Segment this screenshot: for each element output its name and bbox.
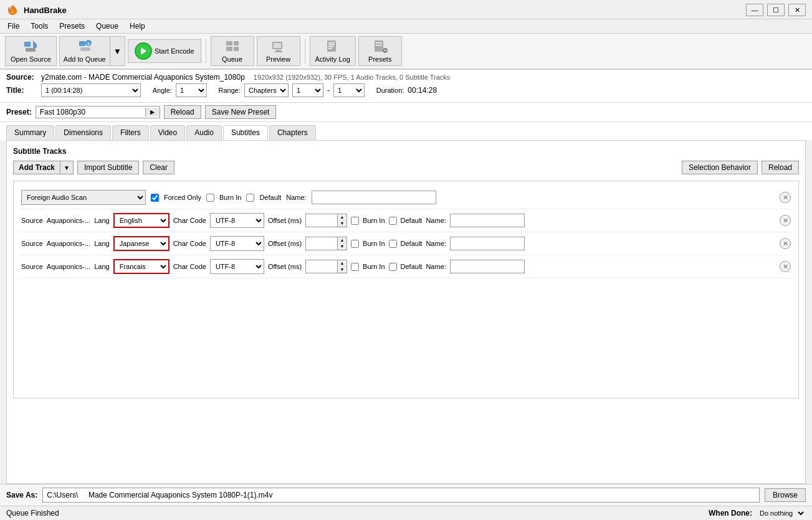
name-input-0[interactable]	[450, 214, 525, 227]
tab-video[interactable]: Video	[150, 125, 185, 140]
default-checkbox-1[interactable]	[389, 240, 397, 248]
offset-up-0[interactable]: ▲	[338, 214, 346, 220]
lang-select-2[interactable]: EnglishJapaneseFrancaisChineseSpanishGer…	[113, 259, 170, 274]
source-row: Source: y2mate.com - MADE Commercial Aqu…	[6, 73, 806, 82]
lang-label-0: Lang	[94, 217, 109, 224]
tab-subtitles[interactable]: Subtitles	[223, 125, 268, 140]
tab-summary[interactable]: Summary	[6, 125, 54, 140]
menu-tools[interactable]: Tools	[26, 21, 53, 32]
char-code-select-1[interactable]: UTF-8UTF-16ISO-8859-1ASCII	[210, 236, 264, 251]
offset-input-1[interactable]	[306, 237, 337, 250]
offset-down-1[interactable]: ▼	[338, 243, 346, 250]
lang-select-0[interactable]: EnglishJapaneseFrancaisChineseSpanishGer…	[113, 213, 170, 228]
fas-name-input[interactable]	[312, 191, 436, 204]
remove-button-0[interactable]: ✕	[780, 215, 791, 226]
forced-only-label: Forced Only	[164, 194, 201, 201]
selection-behavior-button[interactable]: Selection Behavior	[682, 161, 758, 174]
burnin-checkbox-2[interactable]	[351, 263, 359, 271]
tab-audio[interactable]: Audio	[186, 125, 222, 140]
import-subtitle-button[interactable]: Import Subtitle	[77, 161, 139, 174]
add-to-queue-dropdown[interactable]: ▼	[110, 36, 125, 66]
browse-button[interactable]: Browse	[765, 488, 806, 502]
burnin-checkbox-0[interactable]	[351, 217, 359, 225]
tab-chapters[interactable]: Chapters	[269, 125, 316, 140]
source-label: Source:	[6, 73, 37, 82]
offset-input-2[interactable]	[306, 260, 337, 273]
reload-preset-button[interactable]: Reload	[164, 105, 201, 119]
fas-default-checkbox[interactable]	[246, 194, 254, 202]
presets-button[interactable]: Presets	[358, 36, 402, 66]
fas-burnin-checkbox[interactable]	[206, 194, 214, 202]
offset-down-0[interactable]: ▼	[338, 220, 346, 227]
range-to-select[interactable]: 1	[333, 83, 365, 97]
title-select[interactable]: 1 (00:14:28)	[41, 83, 141, 97]
toolbar-separator-2	[305, 39, 305, 64]
add-track-group: Add Track ▼	[13, 161, 74, 174]
svg-rect-25	[376, 45, 382, 46]
svg-rect-11	[234, 41, 239, 45]
presets-icon	[373, 39, 388, 54]
forced-only-checkbox[interactable]	[151, 194, 159, 202]
maximize-button[interactable]: ☐	[767, 4, 785, 16]
svg-marker-2	[33, 40, 37, 44]
queue-button[interactable]: Queue	[211, 36, 254, 66]
when-done-label: When Done:	[709, 509, 752, 518]
save-as-input[interactable]	[42, 488, 760, 503]
activity-log-button[interactable]: Activity Log	[310, 36, 356, 66]
preset-dropdown-arrow[interactable]: ►	[145, 108, 160, 116]
start-encode-button[interactable]: Start Encode	[128, 39, 201, 63]
offset-field-2: ▲ ▼	[305, 260, 347, 273]
offset-down-2[interactable]: ▼	[338, 267, 346, 273]
duration-value: 00:14:28	[408, 86, 437, 95]
add-to-queue-button[interactable]: + Add to Queue	[59, 36, 110, 66]
tab-filters[interactable]: Filters	[112, 125, 149, 140]
default-checkbox-0[interactable]	[389, 217, 397, 225]
offset-input-0[interactable]	[306, 214, 337, 227]
menu-file[interactable]: File	[2, 21, 24, 32]
foreign-audio-scan-select[interactable]: Foreign Audio Scan	[21, 190, 146, 205]
default-checkbox-2[interactable]	[389, 263, 397, 271]
offset-up-1[interactable]: ▲	[338, 237, 346, 243]
offset-up-2[interactable]: ▲	[338, 260, 346, 267]
add-queue-icon: +	[77, 39, 92, 54]
save-new-preset-button[interactable]: Save New Preset	[205, 105, 277, 119]
fas-remove-button[interactable]: ✕	[780, 192, 791, 203]
range-from-select[interactable]: 1	[292, 83, 323, 97]
subtitle-controls: Add Track ▼ Import Subtitle Clear Select…	[13, 161, 799, 174]
tab-dimensions[interactable]: Dimensions	[55, 125, 111, 140]
preset-selector: Fast 1080p30 ►	[36, 106, 160, 118]
play-icon	[135, 42, 152, 60]
range-dash: -	[327, 86, 330, 95]
angle-select[interactable]: 1	[176, 83, 207, 97]
open-source-label: Open Source	[11, 55, 51, 63]
subtitle-tracks-title: Subtitle Tracks	[13, 147, 799, 156]
close-button[interactable]: ✕	[788, 4, 806, 16]
remove-button-2[interactable]: ✕	[780, 261, 791, 272]
reload-subtitles-button[interactable]: Reload	[762, 161, 799, 174]
menu-queue[interactable]: Queue	[91, 21, 123, 32]
add-track-button[interactable]: Add Track	[13, 161, 60, 174]
minimize-button[interactable]: —	[746, 4, 763, 16]
preview-button[interactable]: Preview	[257, 36, 300, 66]
char-code-select-2[interactable]: UTF-8UTF-16ISO-8859-1ASCII	[210, 259, 264, 274]
offset-label-0: Offset (ms)	[268, 217, 302, 224]
lang-select-1[interactable]: EnglishJapaneseFrancaisChineseSpanishGer…	[113, 236, 170, 251]
add-track-dropdown[interactable]: ▼	[60, 161, 74, 174]
default-label-1: Default	[401, 240, 423, 247]
range-type-select[interactable]: Chapters Seconds Frames	[244, 83, 289, 97]
title-row: Title: 1 (00:14:28) Angle: 1 Range: Chap…	[6, 83, 806, 97]
menu-help[interactable]: Help	[125, 21, 150, 32]
char-code-select-0[interactable]: UTF-8UTF-16ISO-8859-1ASCII	[210, 213, 264, 228]
when-done-select[interactable]: Do nothing Shutdown Suspend Hibernate	[755, 508, 806, 518]
svg-rect-22	[375, 40, 383, 52]
open-source-button[interactable]: Open Source	[5, 36, 57, 66]
range-label: Range:	[219, 87, 241, 94]
name-input-2[interactable]	[450, 260, 525, 273]
clear-button[interactable]: Clear	[143, 161, 174, 174]
title-bar-left: HandBrake	[6, 4, 67, 16]
menu-presets[interactable]: Presets	[54, 21, 90, 32]
burnin-checkbox-1[interactable]	[351, 240, 359, 248]
remove-button-1[interactable]: ✕	[780, 238, 791, 249]
offset-field-1: ▲ ▼	[305, 237, 347, 250]
name-input-1[interactable]	[450, 237, 525, 250]
